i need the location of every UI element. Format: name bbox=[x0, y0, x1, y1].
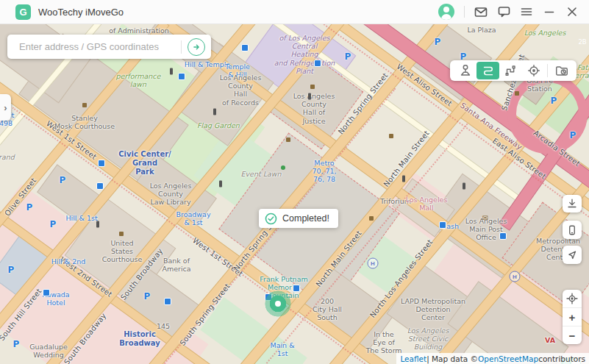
locate-icon bbox=[565, 292, 579, 305]
toast-text: Completed! bbox=[282, 213, 329, 224]
chevron-right-icon: › bbox=[4, 102, 7, 113]
mail-icon[interactable] bbox=[474, 5, 488, 18]
s-route-icon bbox=[481, 63, 496, 78]
joystick-mode-button[interactable] bbox=[522, 62, 545, 79]
menu-icon[interactable] bbox=[520, 5, 533, 18]
zoom-out-button[interactable]: − bbox=[563, 326, 582, 344]
phone-icon bbox=[565, 224, 579, 237]
device-button[interactable] bbox=[563, 221, 582, 239]
poi-icon bbox=[389, 134, 393, 138]
teleport-pin-icon bbox=[458, 63, 473, 78]
crosshair-icon bbox=[526, 63, 541, 78]
sidebar-expand-handle[interactable]: › bbox=[0, 94, 11, 121]
download-button[interactable] bbox=[563, 195, 582, 213]
teleport-mode-button[interactable] bbox=[454, 62, 476, 79]
navigate-button[interactable] bbox=[563, 246, 582, 264]
download-icon bbox=[565, 197, 579, 210]
transit-icon bbox=[96, 182, 104, 190]
current-location-marker[interactable] bbox=[265, 290, 291, 317]
search-divider bbox=[181, 40, 182, 54]
locate-button[interactable] bbox=[563, 290, 582, 307]
attribution-rest: contributors bbox=[538, 354, 585, 363]
poi-label: La Plaza bbox=[467, 26, 496, 34]
app-logo-icon: G bbox=[15, 4, 31, 20]
check-circle-icon bbox=[265, 213, 277, 225]
navigation-arrow-icon bbox=[565, 249, 579, 262]
completed-toast: Completed! bbox=[259, 209, 338, 228]
map-attribution: Leaflet | Map data © OpenStreetMap contr… bbox=[396, 353, 589, 364]
avatar-body bbox=[441, 14, 451, 20]
map-canvas[interactable]: West 1st StreetWest 1st StreetWest 2nd S… bbox=[0, 24, 589, 364]
leaflet-link[interactable]: Leaflet bbox=[400, 354, 426, 363]
polyline-route-icon bbox=[504, 63, 518, 78]
chat-icon[interactable] bbox=[497, 5, 510, 18]
two-spot-route-mode-button[interactable] bbox=[476, 62, 499, 79]
poi-label: rand bbox=[0, 153, 15, 161]
history-button[interactable] bbox=[550, 62, 573, 79]
logo-letter: G bbox=[19, 7, 26, 18]
app-window: G WooTechy iMoveGo bbox=[0, 0, 589, 364]
avatar-head bbox=[443, 7, 449, 13]
openstreetmap-link[interactable]: OpenStreetMap bbox=[478, 354, 538, 363]
multi-spot-route-mode-button[interactable] bbox=[499, 62, 522, 79]
transit-icon bbox=[241, 44, 249, 51]
titlebar-divider bbox=[464, 6, 465, 18]
close-button[interactable] bbox=[565, 5, 579, 18]
zoom-control-group: + − bbox=[563, 290, 582, 344]
mode-toolbar bbox=[450, 60, 576, 81]
minimize-button[interactable] bbox=[543, 5, 556, 18]
search-bar bbox=[7, 35, 211, 59]
arrow-right-icon bbox=[191, 42, 201, 52]
folder-clock-icon bbox=[554, 63, 569, 78]
poi-label: 2B bbox=[578, 38, 586, 46]
go-button[interactable] bbox=[188, 38, 205, 56]
search-input[interactable] bbox=[18, 40, 175, 53]
app-title: WooTechy iMoveGo bbox=[38, 7, 124, 18]
titlebar: G WooTechy iMoveGo bbox=[0, 0, 589, 24]
attribution-mid: | Map data © bbox=[426, 354, 478, 363]
mode-toolbar-divider bbox=[547, 64, 548, 77]
zoom-in-button[interactable]: + bbox=[563, 307, 582, 326]
account-avatar[interactable] bbox=[438, 4, 454, 20]
